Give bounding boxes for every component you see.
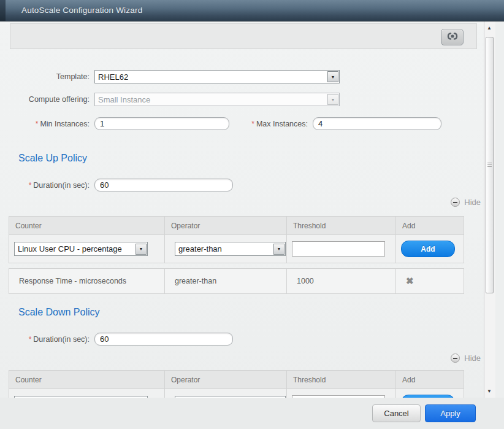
condition-operator-cell: greater-than: [165, 269, 287, 293]
required-marker: *: [29, 335, 32, 344]
hide-label: Hide: [464, 198, 481, 207]
autoscale-wizard-dialog: AutoScale Configuration Wizard Template:…: [0, 0, 504, 429]
compute-offering-row: Compute offering: Small Instance ▼: [0, 93, 340, 106]
column-header-threshold: Threshold: [287, 217, 396, 234]
min-instances-input[interactable]: [94, 117, 229, 130]
required-marker: *: [36, 120, 39, 128]
scale-up-policy-heading: Scale Up Policy: [18, 153, 87, 164]
scale-up-conditions-table: Counter Operator Threshold Add Linux Use…: [9, 216, 464, 263]
cancel-button[interactable]: Cancel: [372, 404, 421, 422]
delete-row-icon[interactable]: ✖: [406, 276, 414, 287]
scale-up-add-button[interactable]: Add: [401, 241, 455, 257]
scale-up-operator-select[interactable]: greater-than ▼: [175, 242, 286, 256]
dialog-footer: Cancel Apply: [0, 398, 504, 429]
scale-up-threshold-input[interactable]: [292, 241, 385, 257]
column-header-threshold: Threshold: [287, 371, 396, 388]
condition-threshold-cell: 1000: [287, 269, 396, 293]
apply-button[interactable]: Apply: [425, 404, 476, 422]
required-marker: *: [251, 120, 254, 128]
column-header-operator: Operator: [165, 371, 287, 388]
scale-down-duration-input[interactable]: [94, 333, 233, 346]
dialog-titlebar: AutoScale Configuration Wizard: [0, 0, 504, 21]
compute-offering-select-value: Small Instance: [95, 95, 327, 104]
vertical-scrollbar[interactable]: ▲ ▼: [484, 21, 495, 398]
new-condition-row: Linux User CPU - percentage ▼ greater-th…: [9, 235, 464, 263]
scale-down-hide-toggle[interactable]: Hide: [451, 354, 481, 363]
condition-counter-cell: Response Time - microseconds: [9, 269, 165, 293]
compute-offering-label: Compute offering:: [0, 95, 90, 104]
dropdown-arrow-icon[interactable]: ▼: [327, 71, 338, 82]
scale-down-duration-row: *Duration(in sec):: [0, 333, 233, 346]
top-panel: [10, 23, 477, 49]
scale-up-duration-label: *Duration(in sec):: [0, 181, 90, 190]
template-row: Template: RHEL62 ▼: [0, 70, 340, 83]
max-instances-label: *Max Instances:: [229, 120, 308, 128]
min-instances-label: *Min Instances:: [0, 120, 90, 128]
hide-minus-icon: [451, 198, 460, 207]
scale-up-duration-row: *Duration(in sec):: [0, 179, 233, 191]
scrollbar-thumb[interactable]: [486, 37, 494, 293]
compute-offering-select: Small Instance ▼: [94, 93, 340, 106]
dropdown-arrow-icon[interactable]: ▼: [136, 244, 147, 255]
template-select-value: RHEL62: [95, 72, 327, 82]
column-header-operator: Operator: [165, 217, 287, 234]
column-header-counter: Counter: [9, 371, 165, 388]
dialog-title: AutoScale Configuration Wizard: [21, 6, 142, 15]
dropdown-arrow-icon[interactable]: ▼: [273, 244, 284, 255]
scroll-down-icon[interactable]: ▼: [487, 388, 492, 394]
template-label: Template:: [0, 72, 90, 81]
scale-down-policy-heading: Scale Down Policy: [18, 307, 100, 318]
hide-label: Hide: [464, 354, 481, 363]
table-header-row: Counter Operator Threshold Add: [9, 371, 464, 389]
scroll-up-icon[interactable]: ▲: [487, 25, 492, 31]
dialog-scroll-content: Template: RHEL62 ▼ Compute offering: Sma…: [0, 21, 484, 398]
scale-up-counter-select[interactable]: Linux User CPU - percentage ▼: [14, 242, 148, 256]
scale-down-conditions-table: Counter Operator Threshold Add Linux Use…: [9, 370, 464, 398]
scale-up-condition-row: Response Time - microseconds greater-tha…: [9, 268, 464, 294]
column-header-counter: Counter: [9, 217, 165, 234]
scale-up-duration-input[interactable]: [94, 179, 233, 191]
new-condition-row: Linux User CPU - percentage ▼ greater-th…: [9, 389, 464, 398]
column-header-add: Add: [396, 371, 464, 388]
bracket-dot-icon: [446, 32, 459, 42]
instances-row: *Min Instances: *Max Instances:: [0, 117, 441, 130]
max-instances-input[interactable]: [313, 117, 441, 130]
column-header-add: Add: [396, 217, 464, 234]
toggle-view-button[interactable]: [441, 29, 464, 45]
template-select[interactable]: RHEL62 ▼: [94, 70, 340, 83]
table-header-row: Counter Operator Threshold Add: [9, 217, 464, 235]
hide-minus-icon: [451, 354, 460, 363]
dropdown-arrow-icon: ▼: [327, 94, 338, 105]
scale-up-hide-toggle[interactable]: Hide: [451, 198, 481, 207]
scrollbar-grip: [487, 163, 492, 168]
scale-down-duration-label: *Duration(in sec):: [0, 335, 90, 344]
required-marker: *: [29, 181, 32, 190]
